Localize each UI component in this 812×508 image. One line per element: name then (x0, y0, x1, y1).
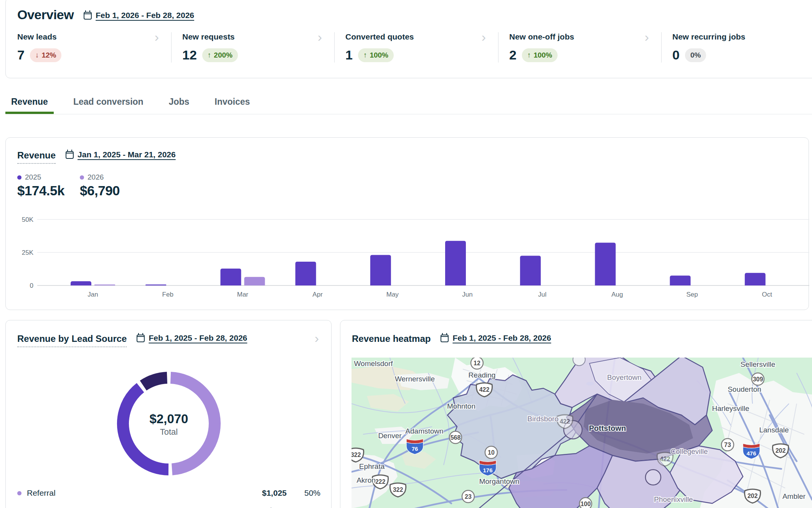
calendar-icon (84, 12, 92, 20)
map-place-label: Pottstown (589, 424, 626, 432)
kpi-new-one-off-jobs[interactable]: New one-off jobs› 2 ↑100% (498, 32, 661, 63)
svg-text:476: 476 (746, 450, 756, 457)
kpi-delta: 12% (41, 51, 56, 59)
arrow-down-icon: ↓ (35, 51, 39, 59)
kpi-converted-quotes[interactable]: Converted quotes› 1 ↑100% (334, 32, 498, 63)
svg-text:Jun: Jun (462, 291, 472, 298)
chevron-right-icon[interactable]: › (318, 33, 322, 41)
bar (94, 285, 115, 286)
route-shield-icon: 568 (449, 431, 462, 444)
chevron-right-icon[interactable]: › (645, 33, 649, 41)
map-place-label: Ephrata (359, 462, 385, 470)
svg-text:12: 12 (474, 360, 480, 366)
tab-invoices[interactable]: Invoices (209, 97, 256, 114)
map-place-label: Reading (469, 371, 496, 379)
overview-date-range-link[interactable]: Feb 1, 2026 - Feb 28, 2026 (84, 11, 194, 20)
bar (745, 273, 766, 285)
svg-text:Apr: Apr (312, 291, 323, 298)
route-shield-icon: 12 (471, 358, 483, 369)
bar (520, 256, 541, 285)
svg-text:Feb: Feb (162, 291, 173, 298)
svg-text:25K: 25K (22, 249, 34, 256)
kpi-new-requests[interactable]: New requests› 12 ↑200% (171, 32, 334, 63)
chevron-right-icon[interactable]: › (155, 33, 159, 41)
route-shield-icon: 23 (462, 490, 474, 503)
revenue-by-lead-source-card: Revenue by Lead Source Feb 1, 2025 - Feb… (5, 320, 332, 508)
svg-text:73: 73 (724, 442, 731, 448)
map-marker[interactable] (645, 470, 661, 485)
kpi-delta-badge: ↓12% (30, 48, 62, 62)
map-place-label: Adamstown (405, 427, 443, 435)
tab-jobs[interactable]: Jobs (163, 97, 195, 114)
svg-text:568: 568 (451, 434, 461, 441)
kpi-label: New recurring jobs (672, 32, 745, 41)
svg-text:76: 76 (412, 445, 418, 452)
kpi-value: 0 (672, 48, 680, 63)
heatmap-date-range-link[interactable]: Feb 1, 2025 - Feb 28, 2026 (441, 333, 551, 343)
bar (244, 277, 265, 285)
kpi-value: 7 (17, 48, 25, 63)
svg-text:10: 10 (488, 449, 495, 456)
bar (220, 269, 241, 285)
kpi-value: 1 (345, 48, 353, 63)
kpi-new-recurring-jobs[interactable]: New recurring jobs› 0 0% (661, 32, 812, 63)
map-place-label: Collegeville (670, 447, 708, 455)
kpi-row: New leads› 7 ↓12% New requests› 12 ↑200%… (6, 32, 812, 63)
map-place-label: Birdsboro (527, 415, 558, 423)
kpi-delta-badge: 0% (685, 48, 706, 62)
svg-text:Jul: Jul (538, 291, 546, 298)
lead-source-label: Referral (27, 488, 229, 498)
legend-2025: 2025 $174.5k (17, 173, 64, 198)
kpi-delta: 100% (370, 51, 388, 59)
lead-source-row-2[interactable]: $837 40% (17, 502, 320, 508)
arrow-up-icon: ↑ (363, 51, 367, 59)
lead-source-row-referral[interactable]: Referral $1,025 50% (17, 485, 320, 501)
route-shield-icon: 10 (485, 446, 497, 459)
svg-text:309: 309 (753, 376, 763, 383)
kpi-new-leads[interactable]: New leads› 7 ↓12% (6, 32, 171, 63)
svg-text:Jan: Jan (87, 291, 98, 298)
page-title: Overview (17, 7, 74, 22)
donut-total-value: $2,070 (6, 412, 332, 426)
svg-text:176: 176 (483, 467, 492, 473)
calendar-icon (441, 335, 449, 342)
map-place-label: Souderton (728, 385, 761, 393)
arrow-up-icon: ↑ (208, 51, 211, 59)
svg-text:422: 422 (660, 456, 670, 462)
kpi-label: New requests (182, 32, 235, 41)
route-shield-icon: 309 (752, 373, 764, 385)
lead-source-value: $1,025 (229, 488, 287, 498)
heatmap-header: Revenue heatmap Feb 1, 2025 - Feb 28, 20… (352, 333, 812, 344)
kpi-label: New one-off jobs (509, 32, 574, 41)
arrow-up-icon: ↑ (527, 51, 531, 59)
svg-text:23: 23 (465, 493, 472, 500)
analytics-dashboard: { "overview": { "title": "Overview", "da… (0, 0, 812, 508)
svg-text:100: 100 (581, 501, 591, 507)
legend-dot-2026 (80, 175, 84, 180)
overview-card: Overview Feb 1, 2026 - Feb 28, 2026 New … (5, 0, 812, 78)
svg-text:202: 202 (748, 493, 758, 499)
map-place-label: Denver (378, 432, 402, 440)
bar (295, 262, 316, 285)
svg-text:202: 202 (776, 447, 786, 454)
kpi-value: 12 (182, 48, 197, 63)
svg-text:Mar: Mar (237, 291, 249, 298)
kpi-label: New leads (17, 32, 57, 41)
heatmap-title: Revenue heatmap (352, 333, 431, 344)
donut-slice (143, 378, 167, 386)
svg-text:Oct: Oct (762, 291, 772, 298)
svg-text:Sep: Sep (686, 291, 698, 298)
tab-lead-conversion[interactable]: Lead conversion (68, 97, 149, 114)
tab-revenue[interactable]: Revenue (5, 97, 54, 114)
kpi-delta: 0% (690, 51, 701, 59)
map-place-label: Harleysville (712, 404, 749, 412)
legend-year: 2026 (87, 173, 104, 181)
heatmap-map[interactable]: 1242242242256876101763222223222373476202… (352, 358, 812, 508)
svg-text:50K: 50K (22, 216, 34, 223)
kpi-label: Converted quotes (345, 32, 414, 41)
legend-dot-referral (17, 491, 21, 495)
map-place-label: Mohnton (447, 402, 475, 410)
chevron-right-icon[interactable]: › (482, 33, 486, 41)
kpi-delta-badge: ↑100% (522, 48, 558, 62)
lead-source-pct: 50% (287, 488, 320, 498)
